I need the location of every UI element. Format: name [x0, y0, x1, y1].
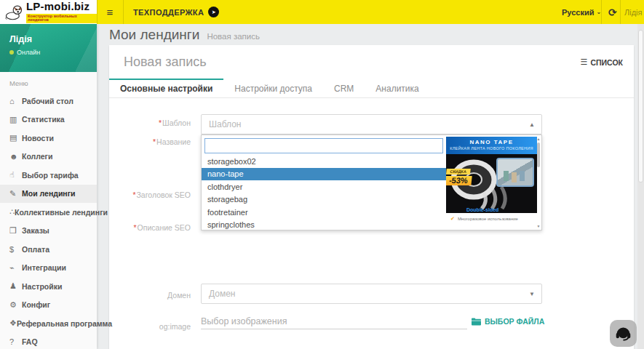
og-image-label: og:image: [109, 322, 191, 331]
sidebar: Лідія Онлайн Меню ⌂Рабочий стол ▥Статист…: [0, 24, 97, 349]
domain-label: Домен: [109, 291, 191, 300]
online-status-dot: [9, 50, 14, 55]
topbar-username[interactable]: Лідія: [624, 0, 642, 24]
breadcrumb-sub: Новая запись: [207, 32, 260, 41]
scroll-up-icon[interactable]: ▲: [536, 137, 541, 141]
tab-access-settings[interactable]: Настройки доступа: [223, 79, 323, 97]
main-area: Мои лендинги Новая запись Новая запись ☰…: [97, 24, 644, 349]
logo-subtitle: Конструктор мобильных лендингов: [26, 14, 97, 23]
news-icon: ▤: [9, 133, 22, 143]
option-storagebag[interactable]: storagebag: [202, 193, 446, 206]
list-icon: ☰: [581, 57, 588, 67]
preview-title: NANO TAPE: [446, 139, 537, 145]
logo-title: LP-mobi.biz: [26, 1, 97, 12]
colleagues-icon: ☻: [9, 152, 22, 161]
support-button[interactable]: ТЕХПОДДЕРЖКА ➤: [133, 0, 219, 24]
settings-icon: ♟: [9, 281, 22, 291]
language-label: Русский: [562, 8, 594, 17]
list-button[interactable]: ☰ СПИСОК: [581, 57, 623, 67]
user-name: Лідія: [9, 34, 97, 44]
config-icon: ⚙: [9, 300, 22, 310]
sidebar-item-tariff[interactable]: ☝Выбор тарифа: [0, 166, 97, 185]
stats-icon: ▥: [9, 115, 22, 124]
preview-subtitle: КЛЕЙКАЯ ЛЕНТА НОВОГО ПОКОЛЕНИЯ: [446, 146, 537, 151]
seo-title-label: Заголовок SEO: [109, 190, 191, 199]
app-logo[interactable]: LP-mobi.biz Конструктор мобильных лендин…: [0, 0, 97, 24]
option-storagebox02[interactable]: storagebox02: [202, 155, 446, 168]
preview-feature: Многоразовое использование: [458, 217, 518, 221]
tariff-icon: ☝: [9, 170, 22, 180]
option-clothdryer[interactable]: clothdryer: [202, 180, 446, 193]
chevron-up-icon: ▲: [529, 121, 535, 128]
sidebar-item-statistics[interactable]: ▥Статистика: [0, 111, 97, 129]
sidebar-item-colleagues[interactable]: ☻Коллеги: [0, 148, 97, 167]
chevron-down-icon: ▼: [529, 291, 535, 297]
divider: [123, 0, 124, 24]
sidebar-item-payment[interactable]: $Оплата: [0, 240, 97, 259]
headset-icon: [614, 324, 632, 342]
online-status-label: Онлайн: [17, 49, 40, 56]
support-label: ТЕХПОДДЕРЖКА: [133, 8, 204, 17]
language-selector[interactable]: Русский ⌄: [562, 0, 601, 24]
breadcrumb: Мои лендинги Новая запись: [97, 24, 644, 45]
sidebar-item-integrations[interactable]: ⌁Интеграции: [0, 259, 97, 278]
sidebar-item-collective-landings[interactable]: ∴Коллективные лендинги: [0, 203, 97, 222]
user-panel: Лідія Онлайн: [0, 24, 97, 72]
domain-select[interactable]: Домен ▼: [201, 284, 542, 304]
dropdown-scrollbar[interactable]: ▲ ▼: [536, 137, 541, 228]
divider: [620, 0, 621, 24]
tab-bar: Основные настройки Настройки доступа CRM…: [109, 79, 634, 98]
payment-icon: $: [9, 245, 22, 254]
desktop-icon: ⌂: [9, 97, 22, 105]
tab-main-settings[interactable]: Основные настройки: [109, 79, 223, 97]
support-chat-widget[interactable]: [610, 320, 637, 347]
dog-logo-icon: [4, 4, 23, 21]
divider: [601, 0, 602, 24]
page-scrollbar-thumb[interactable]: [638, 30, 643, 182]
sidebar-item-settings[interactable]: ♟Настройки: [0, 277, 97, 296]
faq-icon: ?: [9, 337, 22, 346]
divider: [97, 0, 98, 24]
template-select[interactable]: Шаблон ▲: [201, 114, 542, 135]
integrations-icon: ⌁: [9, 263, 22, 273]
option-footretainer[interactable]: footretainer: [202, 206, 446, 219]
sidebar-item-dashboard[interactable]: ⌂Рабочий стол: [0, 92, 97, 111]
option-nano-tape[interactable]: nano-tape: [202, 168, 446, 181]
template-label: Шаблон: [109, 119, 191, 127]
hamburger-menu-icon[interactable]: ≡: [99, 0, 121, 24]
refresh-icon[interactable]: ⟳: [608, 0, 617, 24]
menu-section-label: Меню: [0, 72, 97, 90]
discount-badge: СКИДКА -53%: [446, 163, 473, 185]
dropdown-options: storagebox02 nano-tape clothdryer storag…: [202, 155, 446, 230]
sidebar-item-faq[interactable]: ?FAQ: [0, 333, 97, 349]
page-title: Мои лендинги: [109, 27, 199, 43]
seo-description-label: Описание SEO: [109, 223, 191, 232]
card-title: Новая запись: [124, 55, 207, 70]
option-springclothes[interactable]: springclothes: [202, 219, 446, 230]
sidebar-menu: ⌂Рабочий стол ▥Статистика ▤Новости ☻Колл…: [0, 92, 97, 349]
sidebar-item-orders[interactable]: ❒Заказы: [0, 222, 97, 241]
scrollbar-thumb[interactable]: [537, 143, 540, 167]
preview-caption: Double-sided: [466, 207, 498, 212]
choose-file-button[interactable]: ВЫБОР ФАЙЛА: [472, 317, 544, 326]
folder-icon: [472, 318, 481, 326]
scroll-down-icon[interactable]: ▼: [536, 224, 541, 228]
sidebar-item-referral[interactable]: ❖Реферальная программа: [0, 314, 97, 333]
content-card: Новая запись ☰ СПИСОК Основные настройки…: [109, 45, 634, 349]
top-bar: LP-mobi.biz Конструктор мобильных лендин…: [0, 0, 644, 24]
og-image-input[interactable]: [201, 313, 467, 329]
sidebar-item-my-landings[interactable]: ✎Мои лендинги: [0, 185, 97, 204]
my-landings-icon: ✎: [9, 189, 22, 198]
cart-icon: ❒: [9, 226, 22, 236]
sidebar-item-news[interactable]: ▤Новости: [0, 129, 97, 148]
template-preview-image[interactable]: NANO TAPE КЛЕЙКАЯ ЛЕНТА НОВОГО ПОКОЛЕНИЯ…: [446, 137, 537, 225]
dropdown-search-input[interactable]: [204, 138, 443, 153]
share-icon: ∴: [9, 207, 15, 217]
tab-crm[interactable]: CRM: [323, 79, 365, 97]
sidebar-item-config[interactable]: ⚙Конфиг: [0, 296, 97, 315]
name-label: Название: [109, 137, 191, 146]
telegram-icon: ➤: [208, 7, 219, 17]
tab-analytics[interactable]: Аналитика: [365, 79, 429, 97]
template-dropdown: storagebox02 nano-tape clothdryer storag…: [201, 135, 542, 230]
page-scrollbar[interactable]: [637, 24, 644, 349]
